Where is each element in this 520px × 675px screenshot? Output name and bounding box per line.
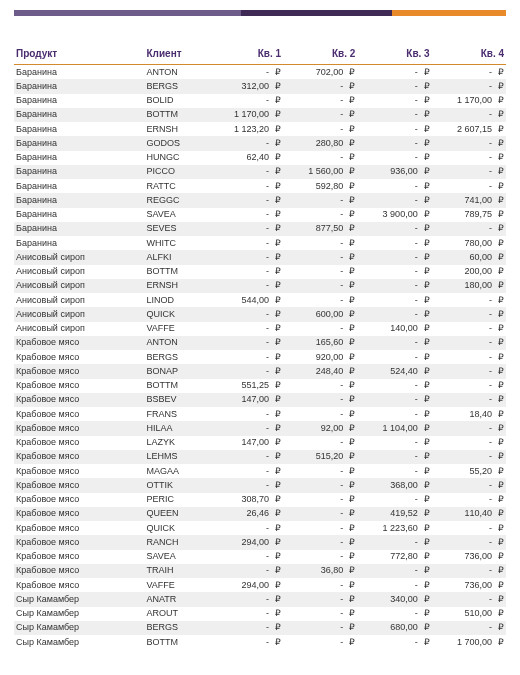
- quarter-cell: -₽: [357, 564, 431, 578]
- client-cell: ANTON: [145, 336, 209, 350]
- client-cell: WHITC: [145, 236, 209, 250]
- quarter-cell: -₽: [357, 122, 431, 136]
- client-cell: SAVEA: [145, 208, 209, 222]
- table-row: Крабовое мясоBSBEV147,00₽-₽-₽-₽: [14, 393, 506, 407]
- quarter-cell: -₽: [283, 379, 357, 393]
- client-cell: FRANS: [145, 407, 209, 421]
- quarter-cell: -₽: [432, 564, 506, 578]
- quarter-cell: 1 123,20₽: [209, 122, 283, 136]
- quarter-cell: -₽: [209, 635, 283, 649]
- quarter-cell: -₽: [357, 79, 431, 93]
- quarter-cell: -₽: [432, 165, 506, 179]
- quarter-cell: 1 700,00₽: [432, 635, 506, 649]
- product-cell: Сыр Камамбер: [14, 635, 145, 649]
- product-cell: Баранина: [14, 136, 145, 150]
- quarter-cell: -₽: [283, 464, 357, 478]
- quarter-cell: 780,00₽: [432, 236, 506, 250]
- client-cell: ANTON: [145, 65, 209, 80]
- quarter-cell: -₽: [283, 94, 357, 108]
- quarter-cell: -₽: [432, 350, 506, 364]
- quarter-cell: -₽: [432, 478, 506, 492]
- product-cell: Баранина: [14, 179, 145, 193]
- product-cell: Крабовое мясо: [14, 493, 145, 507]
- quarter-cell: 140,00₽: [357, 322, 431, 336]
- table-row: Крабовое мясоLAZYK147,00₽-₽-₽-₽: [14, 436, 506, 450]
- quarter-cell: -₽: [432, 364, 506, 378]
- quarter-cell: -₽: [209, 550, 283, 564]
- quarter-cell: -₽: [357, 222, 431, 236]
- quarter-cell: 312,00₽: [209, 79, 283, 93]
- table-row: Крабовое мясоQUEEN26,46₽-₽419,52₽110,40₽: [14, 507, 506, 521]
- table-row: БаранинаSAVEA-₽-₽3 900,00₽789,75₽: [14, 208, 506, 222]
- quarter-cell: -₽: [209, 407, 283, 421]
- quarter-cell: -₽: [283, 592, 357, 606]
- product-cell: Анисовый сироп: [14, 265, 145, 279]
- client-cell: QUICK: [145, 307, 209, 321]
- product-cell: Крабовое мясо: [14, 436, 145, 450]
- quarter-cell: -₽: [357, 535, 431, 549]
- client-cell: PERIC: [145, 493, 209, 507]
- quarter-cell: -₽: [283, 208, 357, 222]
- quarter-cell: 60,00₽: [432, 250, 506, 264]
- quarter-cell: 248,40₽: [283, 364, 357, 378]
- quarter-cell: 2 607,15₽: [432, 122, 506, 136]
- quarter-cell: 551,25₽: [209, 379, 283, 393]
- product-cell: Крабовое мясо: [14, 350, 145, 364]
- client-cell: BONAP: [145, 364, 209, 378]
- quarter-cell: -₽: [357, 578, 431, 592]
- quarter-cell: -₽: [357, 393, 431, 407]
- quarter-cell: -₽: [209, 236, 283, 250]
- product-cell: Баранина: [14, 122, 145, 136]
- quarter-cell: 165,60₽: [283, 336, 357, 350]
- quarter-cell: 789,75₽: [432, 208, 506, 222]
- quarter-cell: -₽: [357, 336, 431, 350]
- table-row: Крабовое мясоBERGS-₽920,00₽-₽-₽: [14, 350, 506, 364]
- quarter-cell: -₽: [283, 122, 357, 136]
- product-cell: Сыр Камамбер: [14, 592, 145, 606]
- table-row: Крабовое мясоBOTTM551,25₽-₽-₽-₽: [14, 379, 506, 393]
- table-row: Анисовый сиропVAFFE-₽-₽140,00₽-₽: [14, 322, 506, 336]
- client-cell: RATTC: [145, 179, 209, 193]
- product-cell: Сыр Камамбер: [14, 607, 145, 621]
- quarter-cell: 55,20₽: [432, 464, 506, 478]
- client-cell: ERNSH: [145, 279, 209, 293]
- quarter-cell: -₽: [209, 179, 283, 193]
- table-container: Продукт Клиент Кв. 1 Кв. 2 Кв. 3 Кв. 4 Б…: [0, 44, 520, 649]
- quarter-cell: -₽: [357, 379, 431, 393]
- quarter-cell: -₽: [357, 307, 431, 321]
- client-cell: TRAIH: [145, 564, 209, 578]
- product-cell: Анисовый сироп: [14, 322, 145, 336]
- quarter-cell: -₽: [283, 265, 357, 279]
- product-cell: Анисовый сироп: [14, 250, 145, 264]
- quarter-cell: 702,00₽: [283, 65, 357, 80]
- quarter-cell: -₽: [432, 336, 506, 350]
- table-row: БаранинаHUNGC62,40₽-₽-₽-₽: [14, 151, 506, 165]
- quarter-cell: -₽: [209, 592, 283, 606]
- quarter-cell: -₽: [357, 193, 431, 207]
- product-cell: Крабовое мясо: [14, 421, 145, 435]
- client-cell: LEHMS: [145, 450, 209, 464]
- quarter-cell: -₽: [209, 322, 283, 336]
- quarter-cell: 368,00₽: [357, 478, 431, 492]
- quarter-cell: 92,00₽: [283, 421, 357, 435]
- table-row: Крабовое мясоVAFFE294,00₽-₽-₽736,00₽: [14, 578, 506, 592]
- quarter-cell: 294,00₽: [209, 578, 283, 592]
- quarter-cell: -₽: [209, 193, 283, 207]
- client-cell: BSBEV: [145, 393, 209, 407]
- quarter-cell: -₽: [357, 136, 431, 150]
- quarter-cell: -₽: [432, 621, 506, 635]
- quarter-cell: 308,70₽: [209, 493, 283, 507]
- quarter-cell: 280,80₽: [283, 136, 357, 150]
- table-row: БаранинаBERGS312,00₽-₽-₽-₽: [14, 79, 506, 93]
- table-row: БаранинаANTON-₽702,00₽-₽-₽: [14, 65, 506, 80]
- report-page: Продукт Клиент Кв. 1 Кв. 2 Кв. 3 Кв. 4 Б…: [0, 10, 520, 649]
- quarter-cell: 1 560,00₽: [283, 165, 357, 179]
- quarter-cell: 1 104,00₽: [357, 421, 431, 435]
- table-row: БаранинаPICCO-₽1 560,00₽936,00₽-₽: [14, 165, 506, 179]
- quarter-cell: 936,00₽: [357, 165, 431, 179]
- product-cell: Крабовое мясо: [14, 336, 145, 350]
- decorative-band: [14, 10, 506, 16]
- quarter-cell: -₽: [283, 193, 357, 207]
- client-cell: QUEEN: [145, 507, 209, 521]
- quarter-cell: -₽: [357, 464, 431, 478]
